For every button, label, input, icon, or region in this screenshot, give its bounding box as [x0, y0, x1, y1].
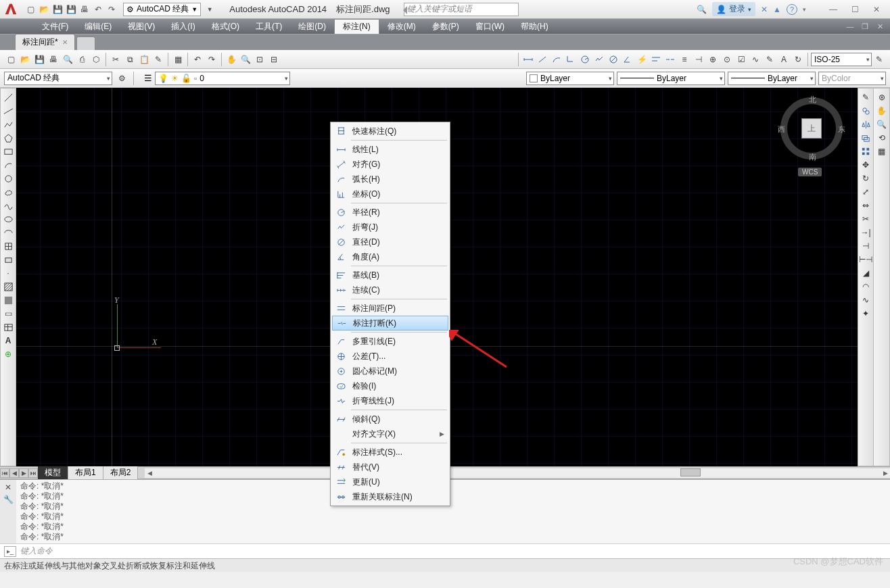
3d-icon[interactable]: ⬡	[89, 53, 103, 66]
menu-7[interactable]: 标注(N)	[334, 19, 379, 34]
minimize-button[interactable]: —	[825, 3, 841, 16]
menu-8[interactable]: 修改(M)	[379, 19, 424, 34]
erase-icon[interactable]: ✎	[860, 91, 872, 103]
menu-item-linear[interactable]: 线性(L)	[332, 142, 448, 157]
chamfer-icon[interactable]: ◢	[860, 267, 872, 279]
workspace-combo[interactable]: AutoCAD 经典▾	[4, 72, 112, 85]
open-icon[interactable]: 📂	[38, 3, 50, 16]
menu-item-space[interactable]: 标注间距(P)	[332, 301, 448, 316]
paste-icon[interactable]: 📋	[137, 53, 151, 66]
trim-icon[interactable]: ✂	[860, 213, 872, 225]
orbit-icon[interactable]: ⟲	[876, 132, 888, 144]
dim-upd-icon[interactable]: ↻	[791, 53, 805, 66]
ellipse-icon[interactable]	[2, 213, 14, 225]
zoom-rt-icon[interactable]: 🔍	[239, 53, 252, 66]
close-button[interactable]: ✕	[868, 3, 885, 16]
preview-icon[interactable]: 🔍	[61, 53, 74, 66]
gradient-icon[interactable]	[2, 294, 14, 306]
copy-icon[interactable]: ⧉	[123, 53, 137, 66]
table-icon[interactable]	[2, 321, 14, 333]
close-icon[interactable]: ✕	[5, 483, 11, 492]
menu-item-arc[interactable]: 弧长(H)	[332, 172, 448, 187]
prev-icon[interactable]: ◀	[9, 468, 19, 478]
menu-item-quick[interactable]: 快速标注(Q)	[332, 124, 448, 139]
redo-icon[interactable]: ↷	[106, 3, 118, 16]
dim-tedit-icon[interactable]: A	[777, 53, 791, 66]
dim-linear-icon[interactable]	[521, 53, 535, 66]
file-tab[interactable]: 标注间距* ✕	[15, 34, 75, 50]
spline-icon[interactable]	[2, 199, 14, 212]
exchange-icon[interactable]: ✕	[761, 5, 768, 14]
dim-break-icon[interactable]: ⊣	[692, 53, 705, 66]
menu-item-override[interactable]: 替代(V)	[332, 460, 448, 474]
save-icon[interactable]: 💾	[32, 53, 46, 66]
dim-tol-icon[interactable]: ⊕	[706, 53, 720, 66]
menu-6[interactable]: 绘图(D)	[290, 19, 334, 34]
scale-icon[interactable]: ⤢	[860, 186, 872, 198]
menu-3[interactable]: 插入(I)	[163, 19, 203, 34]
menu-item-break[interactable]: 标注打断(K)	[332, 316, 448, 330]
publish-icon[interactable]: ⎙	[75, 53, 89, 66]
dim-aligned-icon[interactable]	[536, 53, 549, 66]
array-icon[interactable]	[860, 145, 872, 157]
menu-item-mleader[interactable]: 多重引线(E)	[332, 334, 448, 349]
fillet-icon[interactable]: ◠	[860, 280, 872, 293]
dim-center-icon[interactable]: ⊙	[720, 53, 734, 66]
menu-2[interactable]: 视图(V)	[120, 19, 163, 34]
dim-dia-icon[interactable]	[607, 53, 620, 66]
rotate-icon[interactable]: ↻	[860, 172, 872, 185]
search-input[interactable]: 键入关键字或短语	[404, 3, 519, 16]
viewcube-face[interactable]: 上	[801, 118, 822, 139]
plotstyle-combo[interactable]: ByColor▾	[818, 72, 886, 85]
app-logo[interactable]	[0, 0, 22, 19]
maximize-button[interactable]: ☐	[847, 3, 863, 16]
explode-icon[interactable]: ✦	[860, 308, 872, 320]
point-icon[interactable]: ·	[2, 267, 14, 279]
block-icon[interactable]	[2, 253, 14, 266]
insert-icon[interactable]	[2, 240, 14, 252]
layer-mgr-icon[interactable]: ☰	[143, 73, 154, 84]
wcs-label[interactable]: WCS	[798, 168, 822, 176]
help-icon[interactable]: ?	[787, 4, 797, 15]
dim-cont-icon[interactable]	[663, 53, 677, 66]
dim-edit-icon[interactable]: ✎	[763, 53, 776, 66]
dim-insp-icon[interactable]: ☑	[734, 53, 748, 66]
linetype-combo[interactable]: ByLayer▾	[617, 72, 725, 85]
revcloud-icon[interactable]	[2, 186, 14, 198]
menu-1[interactable]: 编辑(E)	[76, 19, 120, 34]
undo-icon[interactable]: ↶	[191, 53, 204, 66]
new-icon[interactable]: ▢	[24, 3, 37, 16]
dimstyle-combo[interactable]: ISO-25▾	[811, 53, 872, 66]
showm-icon[interactable]: ▦	[876, 145, 888, 157]
login-button[interactable]: 👤登录▾	[712, 2, 755, 16]
xline-icon[interactable]	[2, 105, 14, 117]
lineweight-combo[interactable]: ByLayer▾	[728, 72, 816, 85]
wrench-icon[interactable]: 🔧	[3, 495, 14, 504]
zoom-ext-icon[interactable]: 🔍	[876, 118, 888, 130]
menu-item-ordinate[interactable]: 坐标(O)	[332, 187, 448, 201]
menu-item-angular[interactable]: 角度(A)	[332, 249, 448, 264]
dim-base-icon[interactable]	[649, 53, 663, 66]
layer-combo[interactable]: 💡 ☀ 🔓 ▫ 0 ▾	[155, 72, 290, 85]
mdi-minimize[interactable]: —	[844, 22, 856, 31]
menu-item-[interactable]: 对齐文字(X)▶	[332, 426, 448, 441]
copy2-icon[interactable]	[860, 105, 872, 117]
menu-4[interactable]: 格式(O)	[204, 19, 248, 34]
menu-item-radius[interactable]: 半径(R)	[332, 205, 448, 220]
block-icon[interactable]: ▦	[171, 53, 185, 66]
menu-11[interactable]: 帮助(H)	[513, 19, 557, 34]
tab-layout1[interactable]: 布局1	[68, 466, 103, 479]
new-tab-button[interactable]	[76, 36, 95, 50]
undo-icon[interactable]: ↶	[92, 3, 104, 16]
break-icon[interactable]: ⊣	[860, 240, 872, 252]
print-icon[interactable]: 🖶	[78, 3, 91, 16]
open-icon[interactable]: 📂	[18, 53, 32, 66]
stretch-icon[interactable]: ⇔	[860, 199, 872, 212]
ws-gear-icon[interactable]: ⚙	[115, 72, 128, 85]
menu-item-oblique[interactable]: 倾斜(Q)	[332, 412, 448, 426]
dim-quick-icon[interactable]: ⚡	[635, 53, 649, 66]
dim-arc-icon[interactable]	[550, 53, 563, 66]
first-icon[interactable]: ⏮	[0, 468, 9, 478]
mdi-close[interactable]: ✕	[874, 22, 886, 31]
search-icon[interactable]: 🔍	[697, 5, 707, 14]
